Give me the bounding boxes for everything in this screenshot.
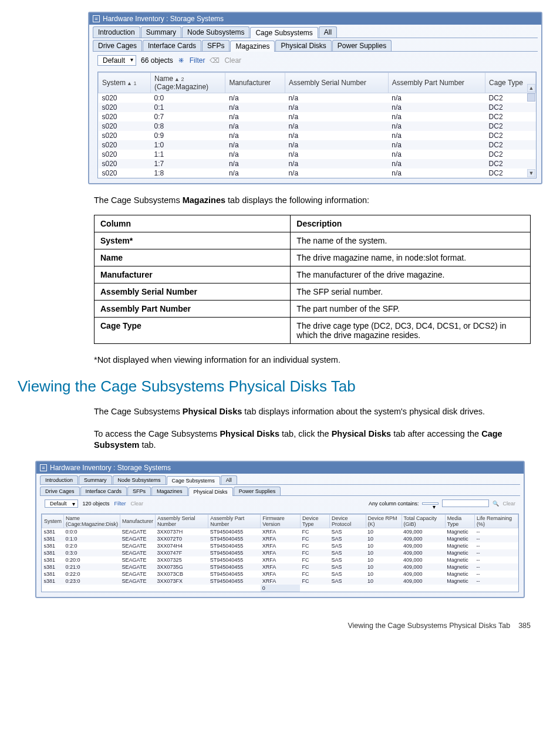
cell: -- bbox=[474, 556, 518, 563]
desc-text: The drive magazine name, in node:slot fo… bbox=[291, 249, 531, 266]
t: Magazines bbox=[183, 195, 225, 205]
tab-power-supplies[interactable]: Power Supplies bbox=[234, 487, 281, 495]
col-header[interactable]: Device RPM (K) bbox=[366, 514, 402, 528]
cell: FC bbox=[300, 528, 329, 535]
col-header[interactable]: Assembly Serial Number bbox=[285, 73, 388, 93]
col-header[interactable]: Device Protocol bbox=[330, 514, 366, 528]
table-row[interactable]: s3810:22:0SEAGATE3XX073CBST945040455XRFA… bbox=[42, 571, 518, 578]
view-combo[interactable]: Default bbox=[45, 499, 78, 508]
tab-drive-cages[interactable]: Drive Cages bbox=[93, 40, 142, 51]
scroll-up-icon[interactable]: ▲ bbox=[527, 84, 535, 92]
search-mode-combo[interactable] bbox=[422, 502, 438, 505]
table-row[interactable]: s0201:0n/an/an/aDC2 bbox=[99, 140, 536, 150]
table-row[interactable]: s3810:3:0SEAGATE3XX0747FST945040455XRFAF… bbox=[42, 549, 518, 556]
tab-drive-cages[interactable]: Drive Cages bbox=[40, 487, 80, 495]
col-header[interactable]: System▲ 1 bbox=[99, 73, 151, 93]
tab-interface-cards[interactable]: Interface Cards bbox=[143, 40, 201, 51]
t: The Cage Subsystems bbox=[94, 195, 183, 205]
scroll-thumb[interactable] bbox=[527, 93, 535, 102]
tab-node-subsystems[interactable]: Node Subsystems bbox=[182, 26, 249, 38]
para-physical-disks-intro: The Cage Subsystems Physical Disks tab d… bbox=[94, 406, 531, 418]
table-row[interactable]: s3810:0:0SEAGATE3XX0737HST945040455XRFAF… bbox=[42, 528, 518, 535]
tab-cage-subsystems[interactable]: Cage Subsystems bbox=[167, 476, 220, 485]
col-header[interactable]: Total Capacity (GiB) bbox=[402, 514, 445, 528]
table-row[interactable]: s3810:20:0SEAGATE3XX07325ST945040455XRFA… bbox=[42, 556, 518, 563]
cell: 0:3:0 bbox=[64, 549, 120, 556]
tab-magazines[interactable]: Magazines bbox=[230, 40, 275, 52]
table-row[interactable]: s0200:7n/an/an/aDC2 bbox=[99, 112, 536, 121]
cell: DC2 bbox=[485, 121, 536, 131]
clear-link: Clear bbox=[131, 501, 144, 507]
tab-interface-cards[interactable]: Interface Cards bbox=[80, 487, 127, 495]
table-row[interactable]: s3810:1:0SEAGATE3XX072T0ST945040455XRFAF… bbox=[42, 535, 518, 542]
cell: DC2 bbox=[485, 131, 536, 140]
table-row[interactable]: s0201:8n/an/an/aDC2 bbox=[99, 168, 536, 178]
tab-introduction[interactable]: Introduction bbox=[40, 475, 78, 484]
tab-power-supplies[interactable]: Power Supplies bbox=[332, 40, 392, 51]
tab-cage-subsystems[interactable]: Cage Subsystems bbox=[250, 27, 318, 38]
object-count: 120 objects bbox=[83, 501, 110, 507]
col-header[interactable]: Name(Cage:Magazine:Disk) bbox=[64, 514, 120, 528]
tab-node-subsystems[interactable]: Node Subsystems bbox=[113, 475, 166, 484]
tab-summary[interactable]: Summary bbox=[79, 475, 112, 484]
view-combo[interactable]: Default bbox=[97, 55, 136, 66]
table-row[interactable]: s0200:1n/an/an/aDC2 bbox=[99, 103, 536, 112]
col-header[interactable]: Assembly Part Number bbox=[208, 514, 261, 528]
cell: s381 bbox=[42, 542, 64, 549]
col-header[interactable]: Media Type bbox=[445, 514, 474, 528]
table-row[interactable]: s3810:2:0SEAGATE3XX074H4ST945040455XRFAF… bbox=[42, 542, 518, 549]
table-row[interactable]: s0200:8n/an/an/aDC2 bbox=[99, 121, 536, 131]
col-header[interactable]: Assembly Serial Number bbox=[156, 514, 208, 528]
col-header[interactable]: System bbox=[42, 514, 64, 528]
cell: 3XX073CB bbox=[156, 571, 208, 578]
summary-count: 0 bbox=[261, 585, 301, 592]
cell: SEAGATE bbox=[120, 578, 156, 585]
search-input[interactable] bbox=[442, 499, 489, 507]
cell: -- bbox=[474, 549, 518, 556]
cell: 0:7 bbox=[151, 112, 225, 121]
cell: XRFA bbox=[261, 528, 301, 535]
table-row[interactable]: s0201:1n/an/an/aDC2 bbox=[99, 150, 536, 159]
col-header[interactable]: Firmware Version bbox=[261, 514, 301, 528]
tab-all[interactable]: All bbox=[221, 475, 237, 484]
cell: Magnetic bbox=[445, 578, 474, 585]
col-header[interactable]: Manufacturer bbox=[120, 514, 156, 528]
tab-magazines[interactable]: Magazines bbox=[151, 487, 188, 495]
table-row[interactable]: s3810:21:0SEAGATE3XX0735GST945040455XRFA… bbox=[42, 563, 518, 571]
cell: 10 bbox=[366, 571, 402, 578]
col-header[interactable]: Assembly Part Number bbox=[388, 73, 485, 93]
cell: -- bbox=[474, 535, 518, 542]
tab-all[interactable]: All bbox=[319, 26, 337, 38]
tab-physical-disks[interactable]: Physical Disks bbox=[275, 40, 331, 51]
cell: n/a bbox=[225, 112, 285, 121]
scroll-down-icon[interactable]: ▼ bbox=[527, 169, 535, 177]
tab-introduction[interactable]: Introduction bbox=[93, 26, 140, 38]
cell: n/a bbox=[285, 140, 388, 150]
col-header[interactable]: Manufacturer bbox=[225, 73, 285, 93]
filter-link[interactable]: Filter bbox=[114, 501, 126, 507]
cell: 0:0 bbox=[151, 93, 225, 103]
desc-col: Cage Type bbox=[95, 317, 291, 343]
cell: 409,000 bbox=[402, 535, 445, 542]
clear-search[interactable]: Clear bbox=[502, 501, 515, 507]
cell: 3XX074H4 bbox=[156, 542, 208, 549]
col-header[interactable]: Life Remaining (%) bbox=[474, 514, 518, 528]
cell: -- bbox=[474, 563, 518, 571]
table-row[interactable]: s0201:7n/an/an/aDC2 bbox=[99, 159, 536, 168]
cell: ST945040455 bbox=[208, 542, 261, 549]
tab-sfps[interactable]: SFPs bbox=[202, 40, 230, 51]
cell: s381 bbox=[42, 556, 64, 563]
search-icon[interactable]: 🔍 bbox=[492, 501, 499, 507]
table-row[interactable]: s0200:0n/an/an/aDC2 bbox=[99, 93, 536, 103]
table-row[interactable]: s3810:23:0SEAGATE3XX073FXST945040455XRFA… bbox=[42, 578, 518, 585]
col-header[interactable]: Name▲ 2(Cage:Magazine) bbox=[151, 73, 225, 93]
cell: 0:9 bbox=[151, 131, 225, 140]
tab-sfps[interactable]: SFPs bbox=[127, 487, 151, 495]
tab-summary[interactable]: Summary bbox=[141, 26, 181, 38]
col-header[interactable]: Device Type bbox=[300, 514, 329, 528]
tab-physical-disks[interactable]: Physical Disks bbox=[188, 487, 233, 496]
filter-link[interactable]: Filter bbox=[190, 56, 205, 65]
table-row[interactable]: s0200:9n/an/an/aDC2 bbox=[99, 131, 536, 140]
cell: 3XX072T0 bbox=[156, 535, 208, 542]
cell: SAS bbox=[330, 578, 366, 585]
